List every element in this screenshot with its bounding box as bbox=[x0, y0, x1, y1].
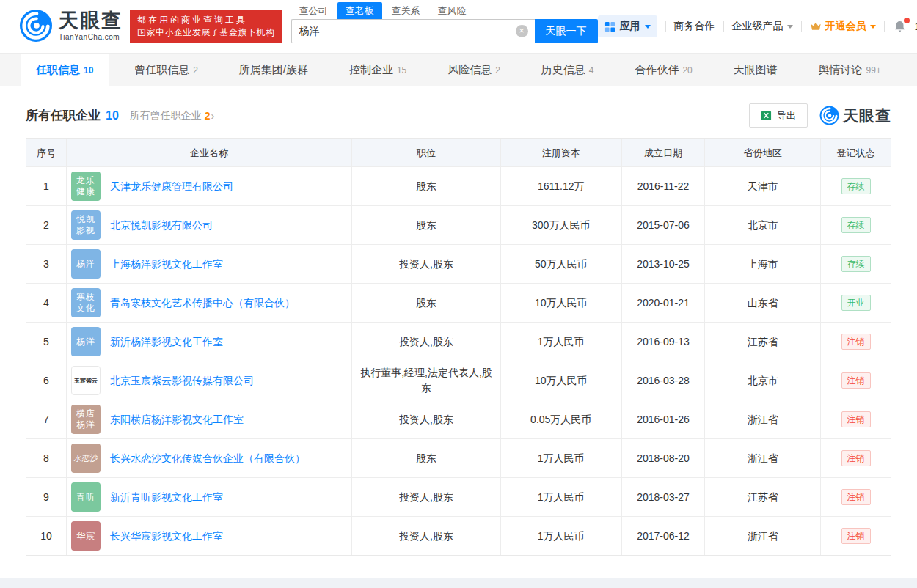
tab-count: 20 bbox=[682, 65, 692, 76]
capital-cell: 300万人民币 bbox=[501, 206, 622, 244]
region-cell: 浙江省 bbox=[705, 400, 821, 438]
region-cell: 江苏省 bbox=[705, 478, 821, 516]
enterprise-products-label: 企业级产品 bbox=[732, 20, 783, 33]
status-cell: 注销 bbox=[821, 439, 891, 477]
table-row: 10华宸长兴华宸影视文化工作室投资人,股东1万人民币2017-06-12浙江省注… bbox=[26, 516, 891, 555]
table-row: 9青听新沂青听影视文化工作室投资人,股东1万人民币2018-03-27江苏省注销 bbox=[26, 477, 891, 516]
table-row: 8水恋沙长兴水恋沙文化传媒合伙企业（有限合伙）股东1万人民币2018-08-20… bbox=[26, 438, 891, 477]
chevron-right-icon: › bbox=[211, 109, 215, 122]
region-cell: 山东省 bbox=[705, 284, 821, 322]
user-menu[interactable]: 186*... bbox=[915, 21, 917, 32]
notification-bell[interactable] bbox=[893, 20, 907, 34]
user-label: 186*... bbox=[915, 21, 917, 32]
position-cell: 投资人,股东 bbox=[352, 245, 501, 283]
clear-icon[interactable]: × bbox=[516, 25, 528, 37]
region-cell: 上海市 bbox=[705, 245, 821, 283]
page-tab[interactable]: 天眼图谱 bbox=[718, 54, 793, 86]
company-link[interactable]: 东阳横店杨洋影视文化工作室 bbox=[110, 412, 244, 427]
region-cell: 浙江省 bbox=[705, 517, 821, 555]
page-tab[interactable]: 所属集团/族群 bbox=[224, 54, 324, 86]
page-tab[interactable]: 舆情讨论99+ bbox=[803, 54, 896, 86]
search-tab[interactable]: 查关系 bbox=[384, 2, 428, 19]
position-cell: 股东 bbox=[352, 439, 501, 477]
company-link[interactable]: 长兴水恋沙文化传媒合伙企业（有限合伙） bbox=[110, 451, 305, 466]
capital-cell: 50万人民币 bbox=[501, 245, 622, 283]
column-header: 企业名称 bbox=[67, 139, 352, 166]
site-title: 天眼查 bbox=[59, 11, 123, 31]
company-link[interactable]: 北京悦凯影视有限公司 bbox=[110, 218, 213, 233]
tab-label: 任职信息 bbox=[36, 63, 80, 77]
company-link[interactable]: 新沂青听影视文化工作室 bbox=[110, 490, 223, 505]
date-cell: 2017-06-12 bbox=[622, 517, 706, 555]
status-cell: 注销 bbox=[821, 323, 891, 361]
status-badge: 开业 bbox=[841, 295, 871, 311]
status-badge: 注销 bbox=[841, 372, 871, 389]
tab-count: 10 bbox=[84, 65, 93, 76]
status-cell: 注销 bbox=[821, 478, 891, 516]
company-link[interactable]: 天津龙乐健康管理有限公司 bbox=[110, 179, 233, 194]
status-badge: 注销 bbox=[841, 334, 871, 350]
chevron-down-icon bbox=[787, 25, 793, 32]
position-cell: 股东 bbox=[352, 206, 501, 244]
company-link[interactable]: 青岛寒枝文化艺术传播中心（有限合伙） bbox=[110, 295, 295, 311]
table-row: 1龙乐健康天津龙乐健康管理有限公司股东1611.12万2016-11-22天津市… bbox=[26, 166, 891, 205]
page-tab[interactable]: 历史信息4 bbox=[526, 54, 610, 86]
status-badge: 注销 bbox=[841, 411, 871, 427]
column-header: 成立日期 bbox=[622, 139, 706, 166]
tianyancha-logo-icon bbox=[819, 106, 839, 125]
export-button[interactable]: 导出 bbox=[749, 103, 808, 128]
apps-menu[interactable]: 应用 bbox=[598, 15, 657, 37]
search-input[interactable] bbox=[291, 19, 535, 43]
company-link[interactable]: 北京玉宸紫云影视传媒有限公司 bbox=[110, 373, 254, 389]
company-logo: 横店杨洋 bbox=[71, 405, 101, 434]
business-coop-link[interactable]: 商务合作 bbox=[674, 20, 715, 33]
tab-count: 4 bbox=[589, 65, 594, 76]
column-header: 省份地区 bbox=[705, 139, 821, 166]
page-tab[interactable]: 曾任职信息2 bbox=[119, 54, 213, 86]
position-cell: 投资人,股东 bbox=[352, 323, 501, 361]
divider bbox=[665, 21, 666, 32]
region-cell: 浙江省 bbox=[705, 439, 821, 477]
table-body: 1龙乐健康天津龙乐健康管理有限公司股东1611.12万2016-11-22天津市… bbox=[26, 166, 891, 555]
footer-strip bbox=[0, 578, 917, 588]
search-tab[interactable]: 查公司 bbox=[291, 2, 336, 19]
capital-cell: 1611.12万 bbox=[501, 167, 622, 205]
status-cell: 开业 bbox=[821, 284, 891, 322]
export-label: 导出 bbox=[777, 109, 796, 122]
search-button[interactable]: 天眼一下 bbox=[535, 19, 598, 43]
tab-count: 15 bbox=[397, 65, 406, 76]
tab-label: 天眼图谱 bbox=[734, 63, 778, 77]
former-positions-label: 所有曾任职企业 bbox=[130, 109, 202, 122]
date-cell: 2018-03-27 bbox=[622, 478, 706, 516]
company-cell: 玉宸紫云北京玉宸紫云影视传媒有限公司 bbox=[67, 361, 352, 400]
header-nav: 应用 商务合作 企业级产品 开通会员 186*... bbox=[598, 15, 917, 37]
page-tab[interactable]: 合作伙伴20 bbox=[619, 54, 707, 86]
top-header: 天眼查 TianYanCha.com 都在用的商业查询工具 国家中小企业发展子基… bbox=[0, 0, 917, 53]
crown-icon bbox=[810, 21, 822, 32]
tab-label: 曾任职信息 bbox=[134, 63, 189, 77]
capital-cell: 1万人民币 bbox=[501, 478, 622, 516]
enterprise-products-menu[interactable]: 企业级产品 bbox=[732, 20, 793, 33]
former-positions-link[interactable]: 所有曾任职企业 2 › bbox=[130, 109, 215, 122]
divider bbox=[723, 21, 724, 32]
company-link[interactable]: 上海杨洋影视文化工作室 bbox=[110, 257, 223, 272]
company-cell: 杨洋上海杨洋影视文化工作室 bbox=[67, 245, 352, 283]
company-cell: 横店杨洋东阳横店杨洋影视文化工作室 bbox=[67, 400, 352, 438]
page-tab[interactable]: 任职信息10 bbox=[21, 54, 109, 86]
page-tab[interactable]: 风险信息2 bbox=[432, 54, 516, 86]
search-tab[interactable]: 查风险 bbox=[430, 2, 475, 19]
position-cell: 投资人,股东 bbox=[352, 517, 501, 555]
tab-label: 合作伙伴 bbox=[635, 63, 679, 77]
page-tab[interactable]: 控制企业15 bbox=[334, 54, 422, 86]
company-logo: 玉宸紫云 bbox=[71, 366, 101, 395]
site-logo[interactable]: 天眼查 TianYanCha.com bbox=[19, 9, 123, 43]
chevron-down-icon bbox=[870, 25, 876, 32]
company-link[interactable]: 新沂杨洋影视文化工作室 bbox=[110, 334, 223, 350]
company-link[interactable]: 长兴华宸影视文化工作室 bbox=[110, 529, 223, 544]
vip-menu[interactable]: 开通会员 bbox=[810, 20, 876, 33]
status-badge: 存续 bbox=[841, 217, 871, 233]
position-cell: 股东 bbox=[352, 167, 501, 205]
row-index: 4 bbox=[26, 284, 67, 322]
search-tab[interactable]: 查老板 bbox=[337, 2, 382, 19]
table-row: 7横店杨洋东阳横店杨洋影视文化工作室投资人,股东0.05万人民币2016-01-… bbox=[26, 400, 891, 438]
